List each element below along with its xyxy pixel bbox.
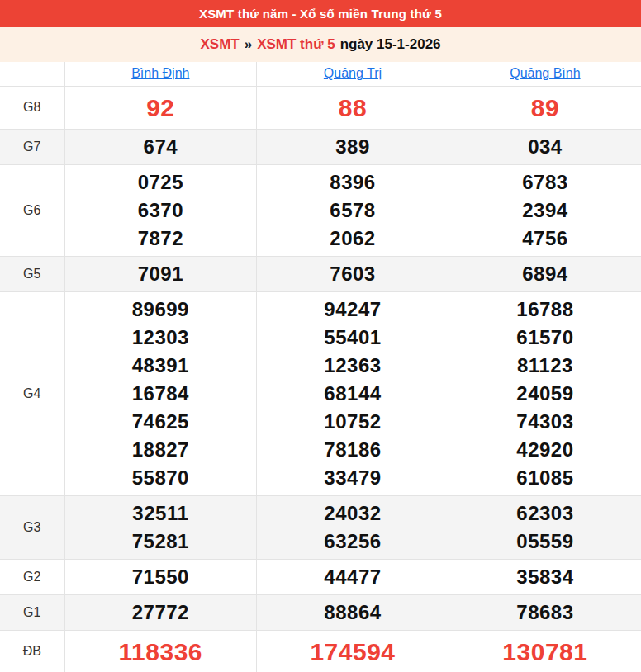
prize-numbers-g7-col0: 674 (64, 129, 257, 164)
prize-label-g5: G5 (0, 256, 64, 291)
prize-numbers-g4-col0: 89699123034839116784746251882755870 (64, 291, 257, 495)
prize-number: 7603 (257, 260, 449, 288)
prize-number: 88 (257, 90, 449, 125)
prize-numbers-g7-col2: 034 (449, 129, 641, 164)
prize-number: 18827 (65, 436, 257, 464)
prize-numbers-db-col2: 130781 (449, 630, 641, 672)
prize-number: 174594 (257, 634, 449, 670)
prize-number: 35834 (449, 563, 641, 591)
prize-row-g5: G5709176036894 (0, 256, 641, 291)
prize-number: 8396 (257, 168, 449, 196)
province-header-row: Bình Định Quảng Trị Quảng Bình (0, 62, 641, 86)
prize-number: 6578 (257, 196, 449, 225)
prize-number: 71550 (65, 563, 257, 591)
prize-number: 4756 (449, 225, 641, 253)
prize-number: 75281 (65, 528, 257, 556)
prize-number: 55401 (257, 324, 449, 352)
prize-number: 24059 (449, 380, 641, 408)
prize-number: 10752 (257, 408, 449, 436)
prize-numbers-g6-col2: 678323944756 (449, 164, 641, 256)
prize-number: 33479 (257, 464, 449, 492)
prize-numbers-g3-col1: 2403263256 (257, 495, 449, 559)
prize-number: 27772 (65, 599, 257, 627)
prize-number: 32511 (65, 499, 257, 528)
prize-number: 89699 (65, 296, 257, 324)
prize-number: 7091 (65, 260, 257, 288)
breadcrumb-link-xsmt[interactable]: XSMT (200, 36, 239, 53)
prize-number: 05559 (449, 528, 641, 556)
prize-row-g3: G3325117528124032632566230305559 (0, 495, 641, 559)
prize-numbers-g8-col1: 88 (257, 86, 449, 129)
prize-number: 61570 (449, 324, 641, 352)
prize-number: 034 (449, 133, 641, 161)
prize-number: 89 (449, 90, 641, 125)
province-link-quang-binh[interactable]: Quảng Bình (510, 66, 580, 80)
prize-row-g8: G8928889 (0, 86, 641, 129)
prize-number: 16788 (449, 296, 641, 324)
prize-row-g1: G1277728886478683 (0, 594, 641, 630)
column-header-binh-dinh: Bình Định (64, 62, 257, 86)
prize-number: 24032 (257, 499, 449, 528)
breadcrumb: XSMT » XSMT thứ 5 ngày 15-1-2026 (0, 27, 641, 62)
prize-number: 48391 (65, 352, 257, 380)
prize-number: 389 (257, 133, 449, 161)
prize-numbers-g3-col2: 6230305559 (449, 495, 641, 559)
prize-label-g2: G2 (0, 559, 64, 594)
prize-numbers-g1-col0: 27772 (64, 594, 257, 630)
prize-numbers-g5-col0: 7091 (64, 256, 257, 291)
results-table-body: G8928889G7674389034G60725637078728396657… (0, 86, 641, 672)
prize-row-db: ĐB118336174594130781 (0, 630, 641, 672)
prize-row-g7: G7674389034 (0, 129, 641, 164)
prize-number: 12303 (65, 324, 257, 352)
prize-number: 2062 (257, 225, 449, 253)
province-link-quang-tri[interactable]: Quảng Trị (324, 66, 382, 80)
prize-number: 81123 (449, 352, 641, 380)
prize-numbers-g8-col0: 92 (64, 86, 257, 129)
prize-number: 63256 (257, 528, 449, 556)
prize-numbers-g2-col2: 35834 (449, 559, 641, 594)
prize-number: 674 (65, 133, 257, 161)
prize-label-g4: G4 (0, 291, 64, 495)
prize-number: 78683 (449, 599, 641, 627)
prize-number: 2394 (449, 196, 641, 225)
prize-number: 44477 (257, 563, 449, 591)
results-table: Bình Định Quảng Trị Quảng Bình G8928889G… (0, 62, 641, 672)
prize-number: 61085 (449, 464, 641, 492)
prize-numbers-g2-col1: 44477 (257, 559, 449, 594)
column-header-quang-binh: Quảng Bình (449, 62, 641, 86)
prize-numbers-g2-col0: 71550 (64, 559, 257, 594)
prize-number: 78186 (257, 436, 449, 464)
prize-numbers-g4-col2: 16788615708112324059743034292061085 (449, 291, 641, 495)
prize-numbers-db-col1: 174594 (257, 630, 449, 672)
prize-label-g3: G3 (0, 495, 64, 559)
prize-number: 16784 (65, 380, 257, 408)
prize-numbers-g6-col0: 072563707872 (64, 164, 257, 256)
prize-number: 88864 (257, 599, 449, 627)
prize-number: 130781 (449, 634, 641, 670)
prize-numbers-g3-col0: 3251175281 (64, 495, 257, 559)
prize-numbers-g6-col1: 839665782062 (257, 164, 449, 256)
breadcrumb-separator: » (245, 36, 252, 53)
prize-label-g7: G7 (0, 129, 64, 164)
prize-number: 118336 (65, 634, 257, 670)
prize-number: 92 (65, 90, 257, 125)
prize-numbers-g5-col1: 7603 (257, 256, 449, 291)
province-link-binh-dinh[interactable]: Bình Định (131, 66, 189, 80)
prize-numbers-db-col0: 118336 (64, 630, 257, 672)
prize-number: 6894 (449, 260, 641, 288)
prize-number: 94247 (257, 296, 449, 324)
prize-label-db: ĐB (0, 630, 64, 672)
prize-numbers-g5-col2: 6894 (449, 256, 641, 291)
prize-number: 42920 (449, 436, 641, 464)
breadcrumb-link-xsmt-thu5[interactable]: XSMT thứ 5 (257, 36, 335, 53)
page-title: XSMT thứ năm - Xổ số miền Trung thứ 5 (199, 7, 442, 21)
prize-row-g4: G489699123034839116784746251882755870942… (0, 291, 641, 495)
prize-number: 6783 (449, 168, 641, 196)
prize-number: 12363 (257, 352, 449, 380)
prize-number: 55870 (65, 464, 257, 492)
prize-numbers-g7-col1: 389 (257, 129, 449, 164)
prize-label-g8: G8 (0, 86, 64, 129)
prize-number: 7872 (65, 225, 257, 253)
prize-numbers-g4-col1: 94247554011236368144107527818633479 (257, 291, 449, 495)
prize-numbers-g8-col2: 89 (449, 86, 641, 129)
